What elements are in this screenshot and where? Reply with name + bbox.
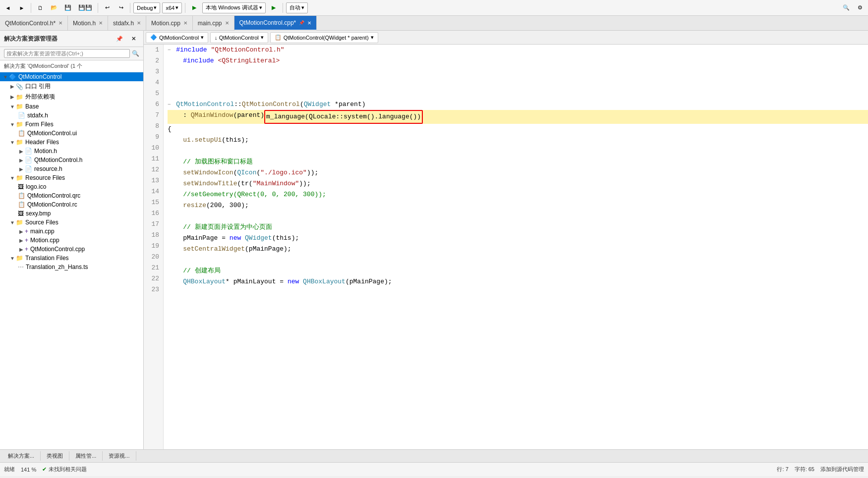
sidebar-search-input[interactable]: [4, 49, 130, 58]
open-button[interactable]: 📂: [48, 2, 60, 14]
function-nav-dropdown[interactable]: 📋 QtMotionControl(QWidget * parent) ▾: [270, 32, 378, 43]
tree-arrow[interactable]: ▶: [9, 94, 16, 100]
tree-arrow[interactable]: ▶: [18, 238, 25, 243]
tab-solution-explorer[interactable]: 解决方案...: [2, 451, 41, 461]
tree-item-rc[interactable]: 📋 QtMotionControl.rc: [0, 200, 143, 209]
tree-item-logo-ico[interactable]: 🖼 logo.ico: [0, 182, 143, 191]
tree-item-translation-ts[interactable]: ⋯ Translation_zh_Hans.ts: [0, 263, 143, 271]
tree-item-external[interactable]: ▶ 📁 外部依赖项: [0, 92, 143, 102]
tab-qtmotioncontrol-cpp[interactable]: QtMotionControl.cpp* 📌 ✕: [234, 16, 317, 30]
code-line[interactable]: ui.setupUi(this);: [168, 135, 868, 146]
tab-motion-h[interactable]: Motion.h ✕: [68, 16, 108, 30]
code-line[interactable]: [168, 77, 868, 88]
forward-button[interactable]: ►: [16, 2, 28, 14]
tab-resource-view[interactable]: 资源视...: [103, 451, 136, 461]
tree-item-sexy-bmp[interactable]: 🖼 sexy.bmp: [0, 209, 143, 218]
tree-arrow[interactable]: ▼: [9, 104, 16, 109]
code-line[interactable]: //setGeometry(QRect(0, 0, 200, 300));: [168, 189, 868, 200]
code-line[interactable]: #include <QStringLiteral>: [168, 55, 868, 66]
tree-item-motion-cpp[interactable]: ▶ + Motion.cpp: [0, 236, 143, 245]
tree-item-source-files[interactable]: ▼ 📁 Source Files: [0, 218, 143, 227]
start-button[interactable]: ▶: [268, 2, 280, 14]
code-line[interactable]: setWindowTitle(tr("MainWindow"));: [168, 178, 868, 189]
code-line[interactable]: [168, 88, 868, 99]
run-target-dropdown[interactable]: 本地 Windows 调试器 ▾: [202, 2, 266, 13]
code-line[interactable]: pMainPage = new QWidget(this);: [168, 233, 868, 244]
debug-config-dropdown[interactable]: Debug ▾: [133, 2, 160, 13]
new-project-button[interactable]: 🗋: [34, 2, 46, 14]
tree-item-qtmotioncontrol-cpp[interactable]: ▶ + QtMotionControl.cpp: [0, 245, 143, 254]
code-line[interactable]: [168, 211, 868, 222]
code-line[interactable]: setCentralWidget(pMainPage);: [168, 244, 868, 255]
tree-arrow[interactable]: ▶: [18, 149, 25, 154]
tree-item-translation-files[interactable]: ▼ 📁 Translation Files: [0, 254, 143, 263]
tree-item-qtmotioncontrol-h[interactable]: ▶ 📄 QtMotionControl.h: [0, 156, 143, 164]
tree-arrow[interactable]: ▼: [9, 140, 16, 145]
undo-button[interactable]: ↩: [101, 2, 113, 14]
auto-dropdown[interactable]: 自动 ▾: [286, 2, 308, 13]
redo-button[interactable]: ↪: [115, 2, 127, 14]
tree-arrow[interactable]: ▶: [18, 247, 25, 252]
code-line[interactable]: // 新建页面并设置为中心页面: [168, 222, 868, 233]
tree-item-resource-files[interactable]: ▼ 📁 Resource Files: [0, 173, 143, 182]
tree-item-qrc[interactable]: 📋 QtMotionControl.qrc: [0, 191, 143, 200]
tree-arrow[interactable]: ▶: [18, 229, 25, 234]
search-icon[interactable]: 🔍: [132, 50, 139, 57]
code-line[interactable]: setWindowIcon(QIcon("./logo.ico"));: [168, 167, 868, 178]
tree-item-stdafx[interactable]: 📄 stdafx.h: [0, 111, 143, 120]
class-nav-dropdown[interactable]: 🔷 QtMotionControl ▾: [146, 32, 208, 43]
tree-arrow[interactable]: ▶: [9, 84, 16, 89]
back-button[interactable]: ◄: [2, 2, 14, 14]
tab-close-icon[interactable]: ✕: [58, 20, 62, 26]
code-content[interactable]: − #include "QtMotionControl.h" #include …: [164, 45, 868, 449]
fold-icon[interactable]: −: [168, 45, 174, 55]
tab-main-cpp[interactable]: main.cpp ✕: [193, 16, 234, 30]
code-line[interactable]: − #include "QtMotionControl.h": [168, 45, 868, 55]
save-button[interactable]: 💾: [62, 2, 74, 14]
sidebar-pin-button[interactable]: 📌: [114, 33, 125, 45]
tree-item-qtmotioncontrol[interactable]: ▼ 🔷 QtMotionControl: [0, 72, 143, 81]
code-line[interactable]: QHBoxLayout* pMainLayout = new QHBoxLayo…: [168, 276, 868, 287]
tree-arrow[interactable]: ▼: [9, 175, 16, 181]
tree-item-ui[interactable]: 📋 QtMotionControl.ui: [0, 129, 143, 138]
tab-close-icon[interactable]: ✕: [307, 20, 311, 26]
tree-arrow[interactable]: ▼: [2, 74, 9, 80]
save-all-button[interactable]: 💾💾: [76, 2, 95, 14]
tab-class-view[interactable]: 类视图: [41, 451, 69, 461]
tree-item-references[interactable]: ▶ 📎 口口 引用: [0, 81, 143, 92]
platform-dropdown[interactable]: x64 ▾: [162, 2, 182, 13]
tab-stdafx-h[interactable]: stdafx.h ✕: [108, 16, 146, 30]
code-line[interactable]: [168, 146, 868, 157]
tree-item-form-files[interactable]: ▼ 📁 Form Files: [0, 120, 143, 129]
sidebar-close-button[interactable]: ✕: [127, 33, 139, 45]
tab-properties[interactable]: 属性管...: [69, 451, 103, 461]
tab-qtmotioncontrol-h[interactable]: QtMotionControl.h* ✕: [0, 16, 68, 30]
toolbar-extra-btn-1[interactable]: 🔍: [840, 2, 852, 14]
tree-arrow[interactable]: ▶: [18, 166, 25, 172]
code-line[interactable]: resize(200, 300);: [168, 200, 868, 211]
code-line[interactable]: [168, 66, 868, 77]
tree-item-base[interactable]: ▼ 📁 Base: [0, 102, 143, 111]
tab-close-icon[interactable]: ✕: [225, 20, 229, 26]
tab-close-icon[interactable]: ✕: [137, 20, 141, 26]
code-line[interactable]: // 创建布局: [168, 266, 868, 276]
tab-motion-cpp[interactable]: Motion.cpp ✕: [146, 16, 193, 30]
run-button[interactable]: ▶: [188, 2, 200, 14]
tree-arrow[interactable]: ▼: [9, 220, 16, 225]
code-line[interactable]: : QMainWindow(parent)m_language(QLocale:…: [168, 110, 868, 124]
tree-arrow[interactable]: ▼: [9, 122, 16, 127]
code-line[interactable]: // 加载图标和窗口标题: [168, 157, 868, 167]
code-line[interactable]: − QtMotionControl::QtMotionControl(QWidg…: [168, 99, 868, 110]
toolbar-extra-btn-2[interactable]: ⚙: [854, 2, 866, 14]
code-line[interactable]: [168, 287, 868, 298]
tree-arrow[interactable]: ▼: [9, 256, 16, 261]
tree-arrow[interactable]: ▶: [18, 158, 25, 163]
tree-item-main-cpp[interactable]: ▶ + main.cpp: [0, 227, 143, 236]
member-nav-dropdown[interactable]: ↓ QtMotionControl ▾: [210, 32, 268, 43]
code-line[interactable]: {: [168, 124, 868, 135]
tree-item-motion-h[interactable]: ▶ 📄 Motion.h: [0, 147, 143, 156]
tab-close-icon[interactable]: ✕: [183, 20, 187, 26]
code-line[interactable]: [168, 255, 868, 266]
tab-close-icon[interactable]: ✕: [99, 20, 103, 26]
fold-icon[interactable]: −: [168, 99, 174, 110]
